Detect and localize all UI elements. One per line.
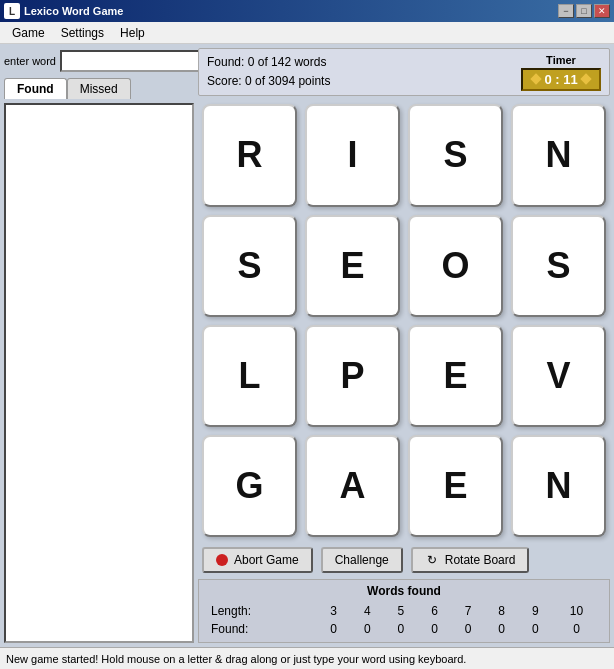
maximize-button[interactable]: □ [576, 4, 592, 18]
challenge-button[interactable]: Challenge [321, 547, 403, 573]
menu-help[interactable]: Help [112, 24, 153, 42]
main-content: enter word 🔑 Found Missed Found: 0 of 14… [0, 44, 614, 647]
rotate-label: Rotate Board [445, 553, 516, 567]
wf-length-10: 10 [552, 602, 601, 620]
word-input[interactable] [60, 50, 220, 72]
left-panel: enter word 🔑 Found Missed [4, 48, 194, 643]
wf-found-val-7: 0 [518, 620, 552, 638]
letter-cell-3[interactable]: N [511, 104, 606, 206]
timer-section: Timer 0 : 11 [521, 54, 601, 91]
letter-cell-2[interactable]: S [408, 104, 503, 206]
letter-cell-12[interactable]: G [202, 435, 297, 537]
wf-found-val-8: 0 [552, 620, 601, 638]
tab-missed[interactable]: Missed [67, 78, 131, 99]
status-bar: New game started! Hold mouse on a letter… [0, 647, 614, 669]
letter-cell-0[interactable]: R [202, 104, 297, 206]
rotate-button[interactable]: ↻ Rotate Board [411, 547, 530, 573]
window-title: Lexico Word Game [24, 5, 554, 17]
letter-cell-4[interactable]: S [202, 215, 297, 317]
wf-length-5: 5 [384, 602, 418, 620]
found-count: Found: 0 of 142 words [207, 53, 330, 72]
info-text: Found: 0 of 142 words Score: 0 of 3094 p… [207, 53, 330, 91]
letter-cell-1[interactable]: I [305, 104, 400, 206]
letter-cell-9[interactable]: P [305, 325, 400, 427]
letter-grid: RISNSEOSLPEVGAEN [198, 100, 610, 541]
wf-found-val-3: 0 [384, 620, 418, 638]
letter-cell-5[interactable]: E [305, 215, 400, 317]
minimize-button[interactable]: − [558, 4, 574, 18]
menu-bar: Game Settings Help [0, 22, 614, 44]
timer-diamond-right [580, 74, 591, 85]
word-list[interactable] [4, 103, 194, 643]
words-found-table: Length:345678910Found:00000000 [207, 602, 601, 638]
timer-diamond-left [531, 74, 542, 85]
words-found-section: Words found Length:345678910Found:000000… [198, 579, 610, 643]
word-input-row: enter word 🔑 [4, 48, 194, 74]
wf-length-4: 4 [351, 602, 385, 620]
letter-cell-10[interactable]: E [408, 325, 503, 427]
close-button[interactable]: ✕ [594, 4, 610, 18]
right-panel: Found: 0 of 142 words Score: 0 of 3094 p… [198, 48, 610, 643]
info-bar: Found: 0 of 142 words Score: 0 of 3094 p… [198, 48, 610, 96]
letter-cell-15[interactable]: N [511, 435, 606, 537]
action-buttons: Abort Game Challenge ↻ Rotate Board [198, 545, 610, 575]
window-controls: − □ ✕ [558, 4, 610, 18]
window-icon: L [4, 3, 20, 19]
menu-settings[interactable]: Settings [53, 24, 112, 42]
score-count: Score: 0 of 3094 points [207, 72, 330, 91]
wf-length-6: 6 [418, 602, 452, 620]
wf-length-3: 3 [317, 602, 351, 620]
rotate-icon: ↻ [425, 553, 439, 567]
menu-game[interactable]: Game [4, 24, 53, 42]
wf-found-val-1: 0 [317, 620, 351, 638]
wf-found-val-4: 0 [418, 620, 452, 638]
abort-label: Abort Game [234, 553, 299, 567]
letter-cell-14[interactable]: E [408, 435, 503, 537]
wf-length-9: 9 [518, 602, 552, 620]
letter-cell-13[interactable]: A [305, 435, 400, 537]
wf-length-8: 8 [485, 602, 519, 620]
timer-label: Timer [546, 54, 576, 66]
letter-cell-11[interactable]: V [511, 325, 606, 427]
timer-value: 0 : 11 [544, 72, 577, 87]
wf-found-val-6: 0 [485, 620, 519, 638]
abort-icon [216, 554, 228, 566]
wf-length-label: Length: [207, 602, 317, 620]
letter-cell-6[interactable]: O [408, 215, 503, 317]
tab-found[interactable]: Found [4, 78, 67, 99]
timer-display: 0 : 11 [521, 68, 601, 91]
wf-length-7: 7 [451, 602, 485, 620]
wf-found-val-5: 0 [451, 620, 485, 638]
abort-button[interactable]: Abort Game [202, 547, 313, 573]
wf-found-val-2: 0 [351, 620, 385, 638]
word-input-label: enter word [4, 55, 56, 67]
status-text: New game started! Hold mouse on a letter… [6, 653, 466, 665]
words-found-title: Words found [207, 584, 601, 598]
letter-cell-7[interactable]: S [511, 215, 606, 317]
letter-cell-8[interactable]: L [202, 325, 297, 427]
tab-bar: Found Missed [4, 78, 194, 99]
title-bar: L Lexico Word Game − □ ✕ [0, 0, 614, 22]
wf-found-label: Found: [207, 620, 317, 638]
challenge-label: Challenge [335, 553, 389, 567]
